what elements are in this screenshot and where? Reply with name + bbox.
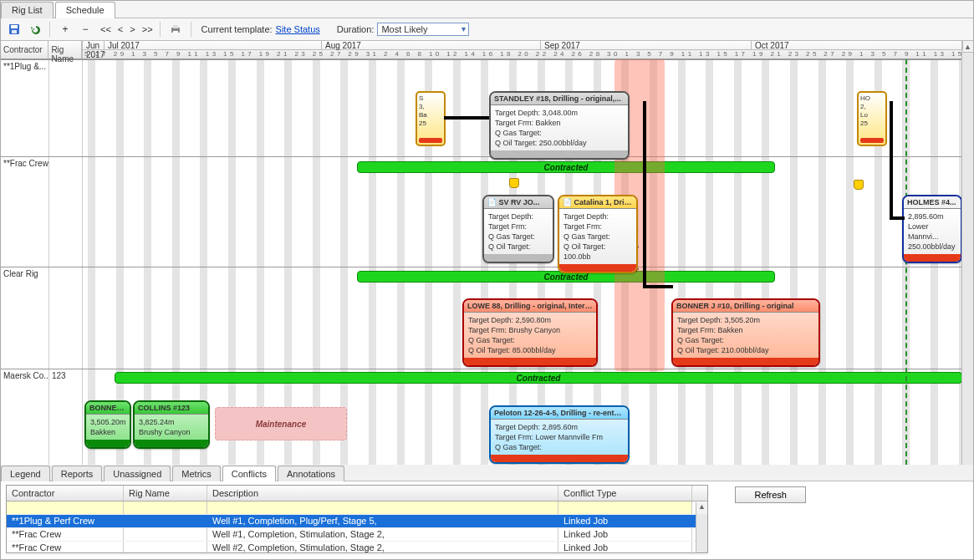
pin-icon[interactable]: [509, 178, 519, 188]
print-icon[interactable]: [167, 21, 184, 38]
card-progress: [491, 455, 628, 462]
contractor-label: Maersk Co...: [1, 369, 49, 466]
refresh-button[interactable]: Refresh: [735, 486, 806, 503]
tab-rig-list[interactable]: Rig List: [1, 2, 54, 18]
connector-line: [890, 216, 905, 220]
col-conflict-type[interactable]: Conflict Type: [558, 486, 692, 501]
minus-icon[interactable]: −: [77, 21, 94, 38]
timeline-header: Jun 2017Jul 2017Aug 2017Sep 2017Oct 2017…: [83, 41, 961, 59]
contractor-label: **1Plug &...: [1, 60, 49, 156]
contractor-label: **Frac Crew: [1, 157, 49, 267]
card-progress: [559, 264, 636, 272]
col-contractor[interactable]: Contractor: [1, 41, 48, 59]
template-link[interactable]: Site Status: [276, 24, 320, 34]
nav-next[interactable]: >: [130, 24, 135, 34]
table-row[interactable]: **1Plug & Perf CrewWell #1, Completion, …: [7, 515, 707, 528]
save-icon[interactable]: [6, 21, 23, 38]
separator: [160, 22, 161, 37]
card-progress: [464, 358, 596, 365]
table-row[interactable]: [7, 501, 707, 515]
left-pane: **1Plug &...**Frac CrewClear RigMaersk C…: [1, 59, 83, 465]
pin-icon[interactable]: [854, 180, 864, 190]
nav-last[interactable]: >>: [142, 24, 153, 34]
tab-schedule[interactable]: Schedule: [55, 2, 115, 18]
scroll-up-icon[interactable]: ▲: [696, 502, 707, 514]
template-label: Current template:: [201, 24, 273, 34]
plus-icon[interactable]: +: [57, 21, 74, 38]
top-tabs: Rig List Schedule: [1, 1, 973, 18]
month-cell: Oct 2017: [752, 41, 963, 50]
card-body: 2,895.60mLower Mannvi...250.00bbl/day: [904, 209, 961, 254]
card-title: 📄 Catalina 1, Drilling - ori...: [559, 196, 636, 209]
table-row[interactable]: **Frac CrewWell #2, Completion, Stimulat…: [7, 542, 707, 555]
job-card[interactable]: STANDLEY #18, Drilling - original,...Tar…: [489, 91, 630, 160]
connector-line: [444, 116, 489, 120]
card-progress: [135, 440, 208, 447]
bottom-area: Contractor Rig Name Description Conflict…: [1, 481, 973, 557]
rig-label: [49, 157, 83, 267]
duration-label: Duration:: [337, 24, 375, 34]
job-card[interactable]: BONNER J #10, Drilling - originalTarget …: [671, 298, 820, 367]
duration-select[interactable]: Most Likely: [377, 23, 469, 36]
separator: [191, 22, 191, 37]
col-rig[interactable]: Rig Name: [48, 41, 82, 59]
nav-first[interactable]: <<: [100, 24, 111, 34]
card-body: Target Depth: 3,048.00mTarget Frm: Bakke…: [491, 105, 628, 150]
mini-card[interactable]: HO2,Lo25: [857, 91, 887, 146]
job-card[interactable]: 📄 SV RV JO...Target Depth:Target Frm:Q G…: [482, 195, 554, 263]
contractor-row[interactable]: **1Plug &...: [1, 59, 83, 156]
contractor-row[interactable]: Maersk Co...123: [1, 369, 83, 466]
col-description[interactable]: Description: [207, 486, 558, 501]
card-progress: [491, 150, 628, 158]
card-title: LOWE 88, Drilling - original, Intermedia…: [464, 300, 596, 313]
bottom-tab-metrics[interactable]: Metrics: [172, 466, 220, 481]
job-card[interactable]: COLLINS #1233,825.24mBrushy Canyon: [133, 400, 210, 449]
card-body: 3,825.24mBrushy Canyon: [135, 415, 208, 440]
job-card[interactable]: 📄 Catalina 1, Drilling - ori...Target De…: [558, 195, 638, 273]
gantt-chart[interactable]: ContractedContractedContractedMaintenanc…: [83, 59, 961, 465]
svg-rect-5: [173, 31, 178, 33]
vertical-scrollbar[interactable]: ▲: [961, 41, 973, 465]
card-body: Target Depth:Target Frm:Q Gas Target:Q O…: [484, 209, 553, 254]
job-card[interactable]: HOLMES #4...2,895.60mLower Mannvi...250.…: [902, 195, 961, 263]
month-cell: Jul 2017: [105, 41, 322, 50]
bottom-tab-conflicts[interactable]: Conflicts: [222, 466, 276, 481]
schedule-area: Contractor Rig Name **1Plug &...**Frac C…: [1, 41, 973, 466]
connector-line: [643, 101, 646, 288]
job-card[interactable]: Peloton 12-26-4-5, Drilling - re-entry, …: [489, 405, 630, 464]
bottom-tab-legend[interactable]: Legend: [1, 466, 50, 481]
contracted-bar[interactable]: Contracted: [115, 372, 961, 384]
conflicts-grid[interactable]: Contractor Rig Name Description Conflict…: [6, 485, 708, 553]
bottom-tab-annotations[interactable]: Annotations: [278, 466, 344, 481]
nav-prev[interactable]: <: [118, 24, 123, 34]
month-cell: Jun 2017: [83, 41, 105, 50]
month-cell: Sep 2017: [541, 41, 752, 50]
undo-icon[interactable]: [26, 21, 43, 38]
contractor-row[interactable]: **Frac Crew: [1, 156, 83, 267]
bottom-tab-unassigned[interactable]: Unassigned: [104, 466, 171, 481]
card-body: Target Depth: 2,895.60mTarget Frm: Lower…: [491, 420, 628, 455]
bottom-tab-reports[interactable]: Reports: [52, 466, 103, 481]
card-title: 📄 SV RV JO...: [484, 196, 553, 209]
card-title: COLLINS #123: [135, 402, 208, 415]
scroll-up-icon[interactable]: ▲: [962, 41, 973, 53]
card-body: 3,505.20mBakken: [86, 415, 130, 440]
bottom-tabs: LegendReportsUnassignedMetricsConflictsA…: [1, 465, 973, 481]
card-progress: [904, 254, 961, 262]
connector-line: [890, 101, 893, 218]
contractor-row[interactable]: Clear Rig: [1, 267, 83, 369]
col-contractor[interactable]: Contractor: [7, 486, 124, 501]
contractor-label: Clear Rig: [1, 267, 49, 369]
mini-card[interactable]: S3,Ba25: [416, 91, 446, 146]
job-card[interactable]: BONNER...3,505.20mBakken: [84, 400, 131, 449]
table-row[interactable]: **Frac CrewWell #1, Completion, Stimulat…: [7, 528, 707, 542]
maintenance-bar[interactable]: Maintenance: [215, 407, 347, 440]
contracted-bar[interactable]: Contracted: [357, 161, 775, 173]
card-title: STANDLEY #18, Drilling - original,...: [491, 93, 628, 105]
grid-scrollbar[interactable]: ▲: [696, 502, 707, 552]
left-header: Contractor Rig Name: [1, 41, 83, 59]
job-card[interactable]: LOWE 88, Drilling - original, Intermedia…: [462, 298, 598, 367]
card-title: BONNER J #10, Drilling - original: [673, 300, 818, 313]
card-title: HOLMES #4...: [904, 196, 961, 209]
col-rig-name[interactable]: Rig Name: [124, 486, 207, 501]
